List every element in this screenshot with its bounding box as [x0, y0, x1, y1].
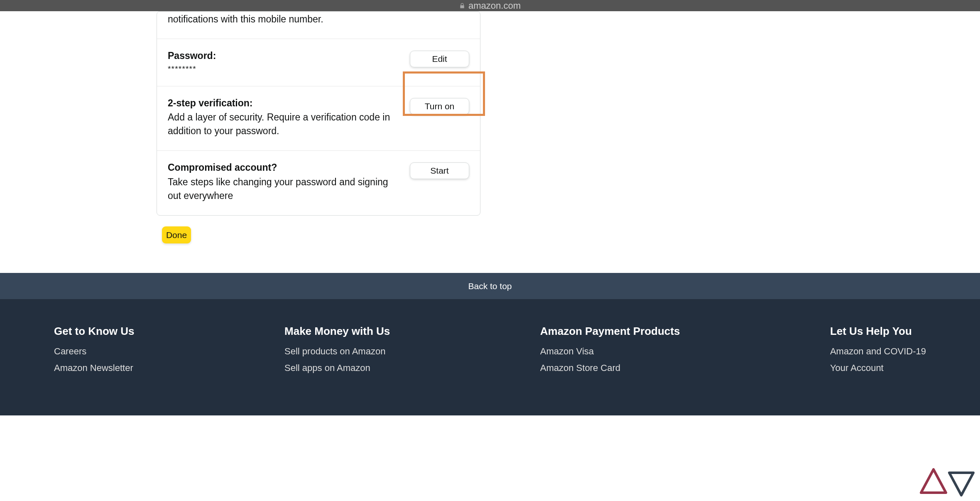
edit-password-button[interactable]: Edit: [410, 51, 469, 67]
two-step-description: Add a layer of security. Require a verif…: [168, 111, 402, 138]
svg-marker-1: [949, 473, 973, 495]
password-row: Password: ******** Edit: [157, 39, 480, 86]
compromised-title: Compromised account?: [168, 161, 402, 174]
back-to-top[interactable]: Back to top: [0, 273, 980, 299]
lock-icon: [459, 3, 465, 9]
footer-col-help: Let Us Help You Amazon and COVID-19 Your…: [830, 325, 926, 415]
main-content: notifications with this mobile number. P…: [0, 11, 980, 415]
start-compromised-button[interactable]: Start: [410, 162, 469, 179]
footer-link-newsletter[interactable]: Amazon Newsletter: [54, 363, 135, 373]
address-url: amazon.com: [468, 0, 521, 11]
two-step-title: 2-step verification:: [168, 96, 402, 110]
browser-address-bar: amazon.com: [0, 0, 980, 11]
mobile-row-partial: notifications with this mobile number.: [157, 12, 480, 39]
footer-heading: Get to Know Us: [54, 325, 135, 338]
compromised-row: Compromised account? Take steps like cha…: [157, 150, 480, 215]
password-value: ********: [168, 64, 402, 74]
footer-col-payment: Amazon Payment Products Amazon Visa Amaz…: [540, 325, 680, 415]
two-step-row: 2-step verification: Add a layer of secu…: [157, 86, 480, 151]
footer: Get to Know Us Careers Amazon Newsletter…: [0, 299, 980, 415]
footer-heading: Amazon Payment Products: [540, 325, 680, 338]
footer-link-store-card[interactable]: Amazon Store Card: [540, 363, 680, 373]
footer-link-careers[interactable]: Careers: [54, 346, 135, 357]
mobile-description: notifications with this mobile number.: [168, 12, 461, 26]
login-security-card: notifications with this mobile number. P…: [157, 11, 480, 216]
footer-heading: Make Money with Us: [284, 325, 390, 338]
password-title: Password:: [168, 49, 402, 62]
footer-heading: Let Us Help You: [830, 325, 926, 338]
turn-on-two-step-button[interactable]: Turn on: [410, 98, 469, 115]
footer-link-sell-apps[interactable]: Sell apps on Amazon: [284, 363, 390, 373]
footer-link-sell-products[interactable]: Sell products on Amazon: [284, 346, 390, 357]
back-to-top-label: Back to top: [468, 281, 512, 291]
watermark-logo: [919, 468, 976, 498]
done-button[interactable]: Done: [162, 226, 191, 243]
svg-marker-0: [921, 469, 946, 493]
footer-link-visa[interactable]: Amazon Visa: [540, 346, 680, 357]
footer-col-know-us: Get to Know Us Careers Amazon Newsletter: [54, 325, 135, 415]
compromised-description: Take steps like changing your password a…: [168, 175, 402, 203]
footer-col-make-money: Make Money with Us Sell products on Amaz…: [284, 325, 390, 415]
footer-link-covid[interactable]: Amazon and COVID-19: [830, 346, 926, 357]
footer-link-account[interactable]: Your Account: [830, 363, 926, 373]
